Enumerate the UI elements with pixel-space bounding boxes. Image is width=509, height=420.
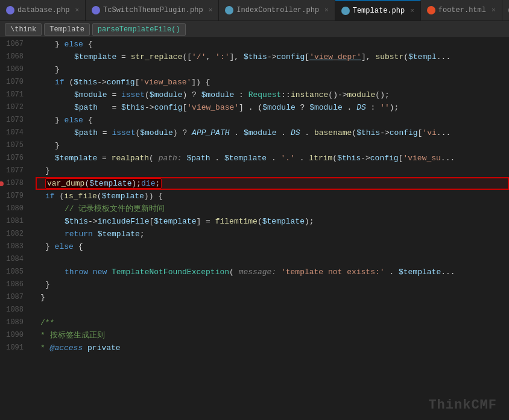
tab-icon-tc — [92, 6, 100, 14]
code-line-1091: * @access private — [36, 342, 509, 354]
code-line-1067: } else { — [36, 38, 509, 51]
code-line-1078: var_dump($template);die; — [36, 177, 509, 190]
tab-other[interactable]: 112... — [502, 0, 509, 20]
tab-icon-index — [225, 6, 233, 14]
gutter-1078: 1078 — [0, 177, 28, 190]
code-line-1082: return $template; — [36, 228, 509, 240]
gutter-1080: 1080 — [0, 202, 28, 215]
code-line-1087: } — [36, 291, 509, 304]
tab-label-template: Template.php — [353, 7, 405, 15]
gutter-1091: 1091 — [0, 342, 28, 354]
gutter-1069: 1069 — [0, 63, 28, 76]
code-line-1071: $module = isset($module) ? $module : Req… — [36, 89, 509, 101]
gutter-1087: 1087 — [0, 291, 28, 304]
tab-bar: database.php × TcSwitchThemePlugin.php ×… — [0, 0, 509, 21]
editor: 1067 1068 1069 1070 1071 1072 1073 1074 … — [0, 38, 509, 420]
code-line-1081: $this->includeFile[$template] = filemtim… — [36, 215, 509, 228]
code-line-1086: } — [36, 278, 509, 291]
code-line-1079: if (is_file($template)) { — [36, 190, 509, 202]
gutter-1075: 1075 — [0, 139, 28, 152]
gutter-1081: 1081 — [0, 215, 28, 228]
tab-label-database: database.php — [17, 6, 69, 14]
tab-close-database[interactable]: × — [75, 7, 79, 14]
code-line-1076: $template = realpath( path: $path . $tem… — [36, 152, 509, 165]
tab-close-footer[interactable]: × — [492, 7, 496, 14]
gutter-1077: 1077 — [0, 165, 28, 177]
code-line-1085: throw new TemplateNotFoundException( mes… — [36, 266, 509, 278]
code-line-1090: * 按标签生成正则 — [36, 329, 509, 342]
code-line-1077: } — [36, 165, 509, 177]
code-line-1074: $path = isset($module) ? APP_PATH . $mod… — [36, 127, 509, 139]
gutter-1079: 1079 — [0, 190, 28, 202]
gutter-1086: 1086 — [0, 278, 28, 291]
tab-footer[interactable]: footer.html × — [421, 0, 502, 20]
gutter-1074: 1074 — [0, 127, 28, 139]
code-line-1089: /** — [36, 316, 509, 329]
gutter-1085: 1085 — [0, 266, 28, 278]
gutter-1089: 1089 — [0, 316, 28, 329]
gutter-1072: 1072 — [0, 101, 28, 114]
tab-database[interactable]: database.php × — [0, 0, 86, 20]
gutter-1084: 1084 — [0, 253, 28, 266]
tab-icon-template — [341, 7, 350, 15]
gutter-1067: 1067 — [0, 38, 28, 51]
tab-tcswitchtheme[interactable]: TcSwitchThemePlugin.php × — [86, 0, 219, 20]
tab-close-index[interactable]: × — [324, 7, 329, 14]
gutter-1070: 1070 — [0, 76, 28, 89]
tab-icon-database — [6, 6, 14, 14]
tab-label-index: IndexController.php — [236, 6, 319, 14]
tab-indexcontroller[interactable]: IndexController.php × — [219, 0, 335, 20]
line-number-gutter: 1067 1068 1069 1070 1071 1072 1073 1074 … — [0, 38, 33, 420]
breadcrumb-bar: \think Template parseTemplateFile() — [0, 21, 509, 38]
code-line-1072: $path = $this->config['view_base'] . ($m… — [36, 101, 509, 114]
breadcrumb-method[interactable]: parseTemplateFile() — [92, 23, 186, 36]
gutter-1068: 1068 — [0, 51, 28, 63]
code-line-1080: // 记录模板文件的更新时间 — [36, 202, 509, 215]
tab-label-footer: footer.html — [438, 6, 486, 14]
gutter-1083: 1083 — [0, 240, 28, 253]
tab-template[interactable]: Template.php × — [335, 0, 421, 20]
code-line-1068: $template = str_replace(['/', ':'], $thi… — [36, 51, 509, 63]
code-line-1084 — [36, 253, 509, 266]
tab-icon-footer — [427, 6, 435, 14]
code-line-1073: } else { — [36, 114, 509, 127]
code-line-1069: } — [36, 63, 509, 76]
code-line-1070: if ($this->config['view_base']) { — [36, 76, 509, 89]
gutter-1073: 1073 — [0, 114, 28, 127]
code-area[interactable]: } else { $template = str_replace(['/', '… — [33, 38, 509, 420]
code-line-1088 — [36, 304, 509, 316]
gutter-1082: 1082 — [0, 228, 28, 240]
breadcrumb-think[interactable]: \think — [5, 23, 42, 36]
gutter-1071: 1071 — [0, 89, 28, 101]
tab-label-tc: TcSwitchThemePlugin.php — [103, 6, 203, 14]
gutter-1090: 1090 — [0, 329, 28, 342]
tab-close-template[interactable]: × — [410, 7, 414, 14]
breadcrumb-template[interactable]: Template — [44, 23, 90, 36]
code-line-1083: } else { — [36, 240, 509, 253]
gutter-1088: 1088 — [0, 304, 28, 316]
code-line-1075: } — [36, 139, 509, 152]
tab-close-tc[interactable]: × — [209, 7, 213, 14]
gutter-1076: 1076 — [0, 152, 28, 165]
